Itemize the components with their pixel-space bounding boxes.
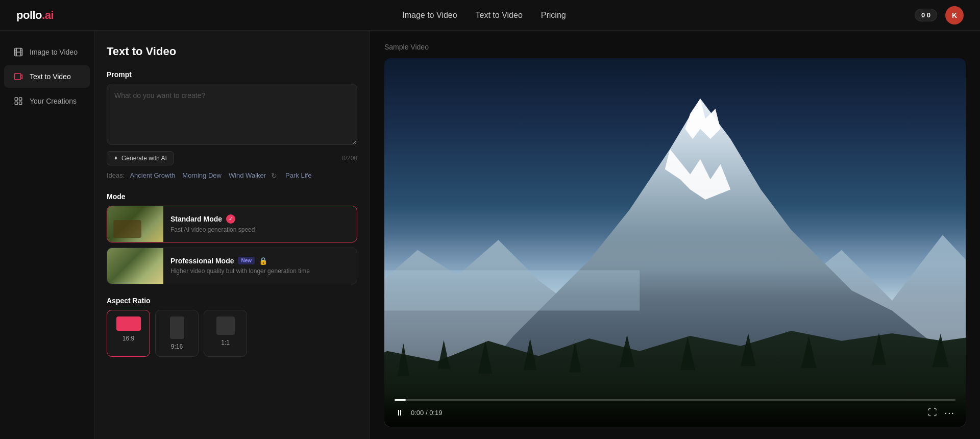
prompt-footer: ✦ Generate with AI 0/200 <box>107 151 357 165</box>
prompt-label: Prompt <box>107 70 357 79</box>
idea-chip-wind-walker[interactable]: Wind Walker <box>227 170 268 180</box>
panel-title: Text to Video <box>107 45 357 58</box>
main-layout: Image to Video Text to Video Your Cr <box>0 31 980 439</box>
idea-chip-park-life[interactable]: Park Life <box>283 170 313 180</box>
mode-name-standard: Standard Mode <box>170 215 222 223</box>
mode-check-standard: ✓ <box>226 214 235 224</box>
prompt-textarea[interactable] <box>107 84 357 145</box>
progress-bar-fill <box>395 399 406 401</box>
mode-info-professional: Professional Mode New 🔒 Higher video qua… <box>163 248 357 284</box>
mode-card-standard[interactable]: Standard Mode ✓ Fast AI video generation… <box>107 206 357 242</box>
controls-row: ⏸ 0:00 / 0:19 ⛶ ··· <box>395 406 955 420</box>
aspect-card-9-16[interactable]: 9:16 <box>155 310 199 357</box>
left-panel: Text to Video Prompt ✦ Generate with AI … <box>94 31 370 439</box>
svg-rect-1 <box>15 74 21 80</box>
lock-icon: 🔒 <box>259 257 267 265</box>
generate-ai-label: Generate with AI <box>121 155 167 162</box>
aspect-card-1-1[interactable]: 1:1 <box>204 310 247 357</box>
content-area: Text to Video Prompt ✦ Generate with AI … <box>94 31 980 439</box>
grid-icon <box>13 96 23 106</box>
aspect-ratio-section: Aspect Ratio 16:9 9:16 1:1 <box>107 297 357 357</box>
mode-name-professional: Professional Mode <box>170 257 234 265</box>
video-controls: ⏸ 0:00 / 0:19 ⛶ ··· <box>384 391 966 427</box>
controls-right: ⛶ ··· <box>927 406 955 420</box>
time-display: 0:00 / 0:19 <box>411 409 442 417</box>
refresh-icon[interactable]: ↻ <box>271 172 277 180</box>
idea-chip-ancient-growth[interactable]: Ancient Growth <box>128 170 177 180</box>
sidebar-item-image-to-video[interactable]: Image to Video <box>4 41 90 63</box>
mode-desc-standard: Fast AI video generation speed <box>170 226 350 234</box>
right-panel: Sample Video <box>370 31 980 439</box>
progress-bar[interactable] <box>395 399 955 401</box>
mode-section: Mode Standard Mode ✓ Fast AI video gener… <box>107 192 357 284</box>
idea-chip-morning-dew[interactable]: Morning Dew <box>180 170 224 180</box>
svg-rect-2 <box>15 97 17 100</box>
header-right: 0 0 K <box>915 6 964 25</box>
aspect-preview-9-16 <box>170 316 184 339</box>
sidebar-label-image-to-video: Image to Video <box>30 48 78 56</box>
app-header: pollo.ai Image to Video Text to Video Pr… <box>0 0 980 31</box>
aspect-label-9-16: 9:16 <box>171 343 183 350</box>
mode-label: Mode <box>107 192 357 201</box>
avatar[interactable]: K <box>945 6 964 25</box>
fullscreen-icon: ⛶ <box>928 407 937 418</box>
aspect-preview-1-1 <box>216 316 235 335</box>
header-nav: Image to Video Text to Video Pricing <box>402 11 566 20</box>
mode-thumbnail-standard <box>107 206 163 242</box>
ideas-row: Ideas: Ancient Growth Morning Dew Wind W… <box>107 170 357 180</box>
video-icon <box>13 71 23 82</box>
mode-desc-professional: Higher video quality but with longer gen… <box>170 267 350 276</box>
sidebar-item-your-creations[interactable]: Your Creations <box>4 90 90 112</box>
nav-pricing[interactable]: Pricing <box>541 11 566 20</box>
credits-badge: 0 0 <box>915 9 937 21</box>
fullscreen-button[interactable]: ⛶ <box>927 406 938 419</box>
char-count: 0/200 <box>342 155 357 162</box>
sidebar-label-text-to-video: Text to Video <box>30 72 71 81</box>
mode-new-badge: New <box>238 257 255 264</box>
controls-left: ⏸ 0:00 / 0:19 <box>395 407 442 419</box>
logo-dot: .ai <box>42 9 54 21</box>
pause-button[interactable]: ⏸ <box>395 407 405 419</box>
film-icon <box>13 47 23 57</box>
ideas-label: Ideas: <box>107 172 125 179</box>
more-options-button[interactable]: ··· <box>943 406 955 420</box>
generate-ai-button[interactable]: ✦ Generate with AI <box>107 151 174 165</box>
sparkle-icon: ✦ <box>113 155 118 162</box>
more-icon: ··· <box>944 407 954 419</box>
prompt-section: Prompt ✦ Generate with AI 0/200 <box>107 70 357 165</box>
svg-rect-3 <box>19 97 22 100</box>
svg-rect-5 <box>19 102 22 105</box>
aspect-card-16-9[interactable]: 16:9 <box>107 310 150 357</box>
logo[interactable]: pollo.ai <box>16 9 54 22</box>
mode-name-row-professional: Professional Mode New 🔒 <box>170 257 350 265</box>
nav-text-to-video[interactable]: Text to Video <box>476 11 523 20</box>
sample-video-label: Sample Video <box>384 43 966 51</box>
aspect-cards: 16:9 9:16 1:1 <box>107 310 357 357</box>
aspect-ratio-label: Aspect Ratio <box>107 297 357 305</box>
video-container: ⏸ 0:00 / 0:19 ⛶ ··· <box>384 58 966 427</box>
mode-thumbnail-professional <box>107 248 163 284</box>
pause-icon: ⏸ <box>396 408 404 418</box>
aspect-label-16-9: 16:9 <box>122 335 134 342</box>
sidebar-label-your-creations: Your Creations <box>30 97 77 105</box>
mode-name-row-standard: Standard Mode ✓ <box>170 214 350 224</box>
sidebar: Image to Video Text to Video Your Cr <box>0 31 94 439</box>
svg-rect-14 <box>384 270 640 310</box>
nav-image-to-video[interactable]: Image to Video <box>402 11 457 20</box>
aspect-preview-16-9 <box>116 316 141 331</box>
video-background <box>384 58 966 427</box>
svg-rect-4 <box>15 102 17 105</box>
mountain-svg <box>384 58 966 427</box>
sidebar-item-text-to-video[interactable]: Text to Video <box>4 65 90 88</box>
logo-text: pollo.ai <box>16 9 54 22</box>
aspect-label-1-1: 1:1 <box>221 339 230 346</box>
mode-card-professional[interactable]: Professional Mode New 🔒 Higher video qua… <box>107 248 357 284</box>
mode-info-standard: Standard Mode ✓ Fast AI video generation… <box>163 206 357 242</box>
credits-count: 0 0 <box>921 11 930 19</box>
